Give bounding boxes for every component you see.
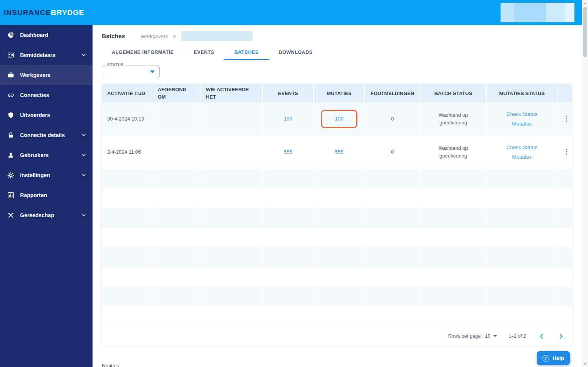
redacted-account-block [500, 3, 575, 22]
chevron-down-icon [82, 214, 86, 216]
sidebar-item-label: Bemiddelaars [20, 52, 56, 58]
status-filter-select[interactable]: STATUS [102, 65, 160, 78]
cell-foutmeldingen: 0 [365, 136, 420, 169]
help-button-label: Help [553, 355, 564, 361]
rows-per-page-select[interactable]: 10 [485, 333, 497, 339]
sidebar-item-gereedschap[interactable]: Gereedschap [0, 205, 93, 225]
brand-primary: INSURANCE [4, 8, 51, 17]
sidebar-item-rapporten[interactable]: Rapporten [0, 185, 93, 205]
dropdown-caret-icon [493, 335, 497, 337]
briefcase-icon [7, 71, 14, 79]
cell-mutaties-status: Check Status Mutaties [487, 136, 557, 169]
question-mark-icon: ? [543, 355, 549, 362]
breadcrumb-separator: > [173, 34, 176, 39]
breadcrumb: Batches Werkgevers > [102, 30, 572, 42]
scrollbar-thumb[interactable] [583, 7, 587, 57]
sidebar-item-connectie-details[interactable]: Connectie details [0, 125, 93, 145]
tab-bar: ALGEMENE INFORMATIE EVENTS BATCHES DOWNL… [102, 45, 572, 60]
check-status-link[interactable]: Check Status [492, 109, 551, 119]
batches-table-card: ACTIVATIE TIJD AFGEROND OM WIE ACTIVEERD… [102, 84, 572, 346]
scrollbar[interactable]: ▲ ▼ [582, 0, 588, 367]
empty-table-row [102, 306, 572, 326]
sidebar-item-gebruikers[interactable]: Gebruikers [0, 145, 93, 165]
check-status-link[interactable]: Check Status [492, 142, 551, 152]
main-content: Batches Werkgevers > ALGEMENE INFORMATIE… [93, 25, 582, 367]
pie-chart-icon [7, 31, 14, 39]
table-pagination: Rows per page: 10 1–2 of 2 [102, 326, 572, 346]
previous-page-button[interactable] [540, 333, 543, 339]
page-title: Batches [102, 33, 125, 40]
chevron-left-icon [540, 333, 543, 339]
sidebar-item-connecties[interactable]: Connecties [0, 85, 93, 105]
col-header-afgerond-om: AFGEROND OM [152, 84, 200, 102]
sidebar-item-label: Dashboard [20, 32, 48, 38]
chevron-down-icon [82, 134, 86, 136]
table-header-row: ACTIVATIE TIJD AFGEROND OM WIE ACTIVEERD… [102, 84, 572, 102]
col-header-events: EVENTS [263, 84, 313, 102]
chevron-down-icon [82, 174, 86, 176]
kebab-menu-icon[interactable]: ⋮ [563, 115, 570, 122]
mutaties-link[interactable]: Mutaties [492, 152, 551, 162]
cell-foutmeldingen: 0 [365, 102, 420, 136]
cell-batch-status: Wachtend op goedkeuring [420, 136, 487, 169]
sidebar-item-uitvoerders[interactable]: Uitvoerders [0, 105, 93, 125]
sidebar-item-label: Gereedschap [20, 212, 54, 218]
sidebar: Dashboard Bemiddelaars Werkgevers Connec… [0, 25, 93, 367]
tab-downloads[interactable]: DOWNLOADS [269, 45, 323, 60]
sidebar-item-dashboard[interactable]: Dashboard [0, 25, 93, 45]
cell-mutaties-status: Check Status Mutaties [487, 102, 557, 136]
tab-batches[interactable]: BATCHES [224, 45, 269, 60]
sidebar-item-label: Werkgevers [20, 72, 51, 78]
kebab-menu-icon[interactable]: ⋮ [563, 148, 570, 156]
sidebar-item-label: Rapporten [20, 192, 47, 198]
sidebar-item-werkgevers[interactable]: Werkgevers [0, 65, 93, 85]
scroll-down-arrow-icon[interactable]: ▼ [582, 361, 588, 367]
cell-wie-activeerde [200, 102, 263, 136]
mutaties-count-link[interactable]: 555 [335, 149, 344, 155]
cell-afgerond-om [152, 102, 200, 136]
next-page-button[interactable] [559, 333, 563, 339]
chevron-right-icon [559, 333, 563, 339]
chevron-down-icon [82, 154, 86, 156]
brand-logo: INSURANCEBRYDGE [4, 8, 84, 17]
col-header-wie-activeerde: WIE ACTIVEERDE HET [200, 84, 263, 102]
lock-icon [7, 131, 14, 139]
gear-icon [7, 171, 14, 179]
batches-table: ACTIVATIE TIJD AFGEROND OM WIE ACTIVEERD… [102, 84, 572, 326]
empty-table-row [102, 267, 572, 287]
chevron-down-icon [82, 54, 86, 56]
empty-table-row [102, 208, 572, 228]
bar-chart-icon [7, 191, 14, 199]
help-button[interactable]: ? Help [537, 351, 570, 365]
cell-wie-activeerde [200, 136, 263, 169]
sidebar-item-instellingen[interactable]: Instellingen [0, 165, 93, 185]
sidebar-item-label: Connectie details [20, 132, 65, 138]
events-count-link[interactable]: 555 [284, 149, 292, 155]
rows-per-page-value: 10 [485, 333, 490, 339]
pagination-range: 1–2 of 2 [509, 333, 526, 339]
breadcrumb-werkgevers[interactable]: Werkgevers [140, 34, 168, 39]
cell-activatie-tijd: 30-4-2024 10:13 [102, 102, 152, 136]
empty-table-row [102, 188, 572, 208]
notes-label: Notities [102, 363, 572, 367]
redacted-breadcrumb-block [181, 31, 253, 41]
empty-table-row [102, 169, 572, 188]
rows-per-page-label: Rows per page: [448, 333, 482, 339]
shield-icon [7, 111, 14, 119]
col-header-activatie-tijd: ACTIVATIE TIJD [102, 84, 152, 102]
empty-table-row [102, 247, 572, 267]
events-count-link[interactable]: 100 [284, 116, 292, 122]
col-header-actions [557, 84, 572, 102]
col-header-foutmeldingen: FOUTMELDINGEN [365, 84, 420, 102]
mutaties-count-link-highlighted[interactable]: 100 [321, 110, 357, 128]
sidebar-item-label: Connecties [20, 92, 49, 98]
tab-algemene-informatie[interactable]: ALGEMENE INFORMATIE [102, 45, 184, 60]
scroll-up-arrow-icon[interactable]: ▲ [582, 0, 588, 6]
app-screen: INSURANCEBRYDGE Dashboard Bemiddelaars W… [0, 0, 588, 367]
sidebar-item-bemiddelaars[interactable]: Bemiddelaars [0, 45, 93, 65]
mutaties-link[interactable]: Mutaties [492, 119, 551, 129]
empty-table-row [102, 287, 572, 306]
person-icon [7, 151, 14, 159]
tab-events[interactable]: EVENTS [184, 45, 224, 60]
brand-secondary: BRYDGE [51, 8, 84, 17]
